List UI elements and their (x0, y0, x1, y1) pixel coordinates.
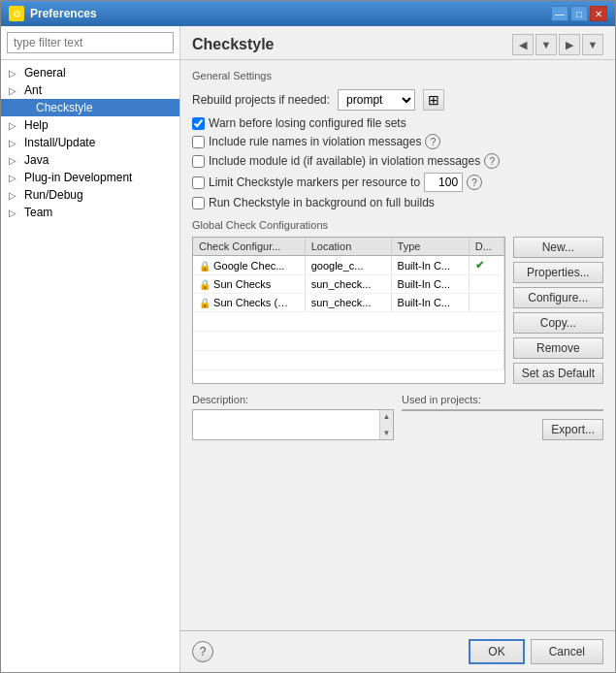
sidebar-item-label: Team (24, 206, 52, 219)
used-in-projects-label: Used in projects: (402, 394, 603, 405)
nav-back-button[interactable]: ◀ (512, 34, 534, 55)
export-row: Export... (402, 419, 603, 440)
col-header-type: Type (391, 238, 469, 256)
check-table-wrapper: Check Configur... Location Type D... 🔒 G… (192, 237, 505, 384)
copy-button[interactable]: Copy... (513, 312, 603, 334)
col-header-name: Check Configur... (193, 238, 305, 256)
arrow-icon: ▷ (9, 85, 20, 96)
checkbox-module-id-label: Include module id (if available) in viol… (209, 154, 480, 168)
nav-dropdown-button[interactable]: ▼ (535, 34, 557, 55)
checkbox-rule-names-input[interactable] (192, 136, 205, 148)
table-cell-default (469, 294, 503, 312)
limit-number-input[interactable] (424, 173, 463, 192)
tree-container: ▷ General ▷ Ant Checkstyle ▷ Help ▷ I (1, 60, 179, 672)
nav-buttons: ◀ ▼ ▶ ▼ (512, 34, 603, 55)
projects-box (402, 409, 603, 411)
sidebar-item-label: Ant (24, 83, 42, 97)
global-check-section: Global Check Configurations Check Config… (192, 219, 603, 384)
sidebar-item-help[interactable]: ▷ Help (1, 116, 179, 134)
table-row-empty (193, 351, 503, 370)
table-buttons: New... Properties... Configure... Copy..… (513, 237, 603, 384)
table-row[interactable]: 🔒 Google Chec... google_c... Built-In C.… (193, 256, 503, 275)
help-icon-limit[interactable]: ? (467, 175, 482, 190)
checkbox-background-input[interactable] (192, 197, 205, 209)
sidebar-item-ant[interactable]: ▷ Ant (1, 81, 179, 99)
title-bar-left: ⚙ Preferences (9, 6, 97, 21)
sidebar-item-general[interactable]: ▷ General (1, 64, 179, 81)
title-bar: ⚙ Preferences — □ ✕ (1, 1, 615, 26)
sidebar-item-run-debug[interactable]: ▷ Run/Debug (1, 186, 179, 204)
dialog-buttons: OK Cancel (469, 639, 603, 664)
sidebar-item-label: General (24, 66, 66, 80)
rebuild-row: Rebuild projects if needed: prompt true … (192, 89, 603, 111)
lock-icon: 🔒 (199, 261, 211, 272)
arrow-icon: ▷ (9, 190, 20, 201)
sidebar-item-install-update[interactable]: ▷ Install/Update (1, 134, 179, 151)
arrow-icon: ▷ (9, 155, 20, 166)
table-row-empty (193, 312, 503, 332)
configure-button[interactable]: Configure... (513, 287, 603, 308)
checkbox-limit-input[interactable] (192, 176, 205, 189)
main-content: ▷ General ▷ Ant Checkstyle ▷ Help ▷ I (1, 26, 615, 672)
table-row-empty (193, 332, 503, 351)
set-as-default-button[interactable]: Set as Default (513, 363, 603, 384)
arrow-icon: ▷ (9, 138, 20, 148)
help-icon-rule-names[interactable]: ? (425, 134, 440, 149)
sidebar-item-label: Install/Update (24, 136, 95, 149)
checkbox-limit: Limit Checkstyle markers per resource to… (192, 173, 603, 192)
help-button[interactable]: ? (192, 641, 213, 662)
col-header-default: D... (469, 238, 503, 256)
export-button[interactable]: Export... (542, 419, 603, 440)
checkbox-warn-input[interactable] (192, 117, 205, 130)
title-buttons: — □ ✕ (551, 6, 607, 21)
general-settings-label: General Settings (192, 70, 603, 81)
search-box (1, 26, 179, 60)
sidebar-item-plugin-development[interactable]: ▷ Plug-in Development (1, 169, 179, 186)
arrow-icon: ▷ (9, 68, 20, 79)
rebuild-label: Rebuild projects if needed: (192, 93, 330, 107)
nav-menu-button[interactable]: ▼ (582, 34, 603, 55)
table-row[interactable]: 🔒 Sun Checks sun_check... Built-In C... (193, 275, 503, 294)
nav-forward-button[interactable]: ▶ (559, 34, 580, 55)
global-check-label: Global Check Configurations (192, 219, 603, 231)
window-title: Preferences (30, 7, 97, 20)
table-cell-default (469, 275, 503, 294)
bottom-section: Description: ▲ ▼ Used in projects: Exp (192, 394, 603, 440)
arrow-icon: ▷ (9, 120, 20, 131)
sidebar-item-checkstyle[interactable]: Checkstyle (1, 99, 179, 116)
description-box: ▲ ▼ (192, 409, 394, 440)
sidebar-item-label: Run/Debug (24, 188, 83, 202)
table-cell-location: google_c... (305, 256, 391, 275)
lock-icon: 🔒 (199, 298, 211, 308)
preferences-window: ⚙ Preferences — □ ✕ ▷ General ▷ Ant (0, 0, 616, 673)
minimize-button[interactable]: — (551, 6, 568, 21)
maximize-button[interactable]: □ (570, 6, 588, 21)
table-cell-name: 🔒 Sun Checks (193, 275, 305, 294)
sidebar-item-team[interactable]: ▷ Team (1, 204, 179, 221)
close-button[interactable]: ✕ (590, 6, 607, 21)
rebuild-dropdown[interactable]: prompt true false (338, 89, 415, 111)
sidebar-item-java[interactable]: ▷ Java (1, 151, 179, 169)
col-header-location: Location (305, 238, 391, 256)
bottom-bar: ? OK Cancel (180, 630, 615, 672)
check-table: Check Configur... Location Type D... 🔒 G… (193, 238, 504, 370)
scroll-up-arrow[interactable]: ▲ (383, 412, 391, 421)
checkbox-module-id-input[interactable] (192, 155, 205, 168)
properties-button[interactable]: Properties... (513, 262, 603, 283)
scroll-down-arrow[interactable]: ▼ (383, 429, 391, 437)
help-icon-module-id[interactable]: ? (484, 153, 500, 169)
sidebar: ▷ General ▷ Ant Checkstyle ▷ Help ▷ I (1, 26, 180, 672)
checkbox-module-id: Include module id (if available) in viol… (192, 153, 603, 169)
arrow-icon: ▷ (9, 173, 20, 183)
cancel-button[interactable]: Cancel (531, 639, 603, 664)
check-tick: ✔ (475, 259, 484, 271)
new-button[interactable]: New... (513, 237, 603, 258)
remove-button[interactable]: Remove (513, 337, 603, 359)
scrollbar-vertical[interactable]: ▲ ▼ (379, 410, 393, 439)
table-row[interactable]: 🔒 Sun Checks (… sun_check... Built-In C.… (193, 294, 503, 312)
ok-button[interactable]: OK (469, 639, 524, 664)
search-input[interactable] (7, 32, 174, 53)
rebuild-icon-button[interactable]: ⊞ (423, 89, 444, 111)
arrow-icon: ▷ (9, 208, 20, 218)
checkbox-background-label: Run Checkstyle in background on full bui… (209, 196, 435, 209)
